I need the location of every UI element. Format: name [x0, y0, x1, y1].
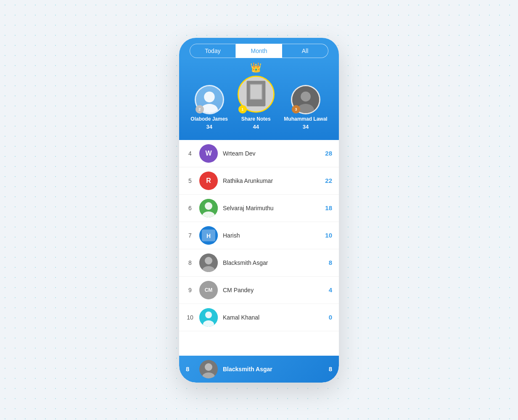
podium-second-score: 34 [206, 124, 212, 130]
podium-second: 2 Olabode James 34 [190, 85, 228, 130]
list-name: Rathika Arunkumar [223, 177, 320, 184]
list-avatar: W [199, 144, 218, 163]
podium-first-score: 44 [253, 124, 259, 130]
tab-all[interactable]: All [282, 44, 328, 58]
list-name: Harish [223, 232, 320, 239]
podium-first-avatar-wrap: 1 [238, 76, 275, 114]
list-rank: 9 [186, 287, 194, 293]
list-item[interactable]: 8 Blacksmith Asgar 8 [179, 249, 339, 277]
bottom-bar: 8 Blacksmith Asgar 8 [179, 356, 339, 383]
podium-third-badge: 3 [292, 105, 300, 114]
tab-month[interactable]: Month [236, 44, 282, 58]
list-score: 10 [325, 232, 332, 239]
podium-second-avatar-wrap: 2 [195, 85, 224, 114]
list-item[interactable]: 5 R Rathika Arunkumar 22 [179, 167, 339, 195]
list-score: 8 [329, 259, 332, 266]
list-name: Wrteam Dev [223, 150, 320, 157]
list-rank: 4 [186, 150, 194, 157]
list-score: 28 [325, 150, 332, 157]
podium-second-badge: 2 [196, 105, 204, 114]
podium-first: 👑 1 Share Notes 44 [238, 62, 275, 130]
crown-icon: 👑 [250, 62, 262, 73]
list-avatar [199, 254, 218, 272]
svg-point-20 [205, 312, 212, 318]
podium-first-badge: 1 [238, 105, 247, 114]
bottom-name: Blacksmith Asgar [223, 366, 324, 372]
bottom-score: 8 [329, 365, 332, 372]
svg-point-23 [205, 363, 212, 371]
list-item[interactable]: 9 CM CM Pandey 4 [179, 277, 339, 304]
podium-section: 2 Olabode James 34 👑 1 Share Notes [179, 58, 339, 140]
list-name: Kamal Khanal [223, 314, 324, 321]
phone-container: Today Month All 2 Olabode James 34 � [179, 38, 339, 383]
list-avatar [199, 308, 218, 327]
podium-second-name: Olabode James [190, 116, 228, 122]
leaderboard-list: 4 W Wrteam Dev 28 5 R Rathika Arunkumar … [179, 140, 339, 356]
list-score: 4 [329, 286, 332, 293]
bottom-avatar [199, 360, 218, 378]
list-item[interactable]: 10 Kamal Khanal 0 [179, 304, 339, 331]
podium-first-name: Share Notes [241, 116, 271, 122]
podium-third: 3 Muhammad Lawal 34 [284, 85, 327, 130]
list-rank: 10 [186, 314, 194, 321]
list-item[interactable]: 7 H Harish 10 [179, 222, 339, 249]
podium-third-score: 34 [303, 124, 309, 130]
list-avatar: CM [199, 281, 218, 299]
list-item[interactable]: 6 Selvaraj Marimuthu 18 [179, 195, 339, 222]
svg-rect-6 [251, 85, 262, 99]
list-score: 0 [329, 314, 332, 321]
list-name: CM Pandey [223, 287, 324, 293]
bottom-rank: 8 [186, 365, 194, 372]
list-rank: 6 [186, 205, 194, 211]
svg-point-17 [205, 257, 212, 264]
tab-today[interactable]: Today [190, 44, 236, 58]
svg-text:H: H [206, 232, 211, 239]
list-score: 18 [325, 204, 332, 211]
list-name: Selvaraj Marimuthu [223, 205, 320, 211]
svg-point-11 [205, 202, 212, 210]
list-rank: 8 [186, 259, 194, 266]
podium-third-name: Muhammad Lawal [284, 116, 327, 122]
list-avatar [199, 199, 218, 217]
svg-point-1 [204, 91, 215, 102]
podium-third-avatar-wrap: 3 [291, 85, 320, 114]
list-item[interactable]: 4 W Wrteam Dev 28 [179, 140, 339, 167]
list-rank: 7 [186, 232, 194, 239]
list-avatar: R [199, 172, 218, 190]
tab-bar: Today Month All [179, 38, 339, 58]
list-score: 22 [325, 177, 332, 184]
list-rank: 5 [186, 177, 194, 184]
list-avatar: H [199, 226, 218, 245]
svg-point-8 [301, 91, 311, 101]
list-name: Blacksmith Asgar [223, 259, 324, 266]
